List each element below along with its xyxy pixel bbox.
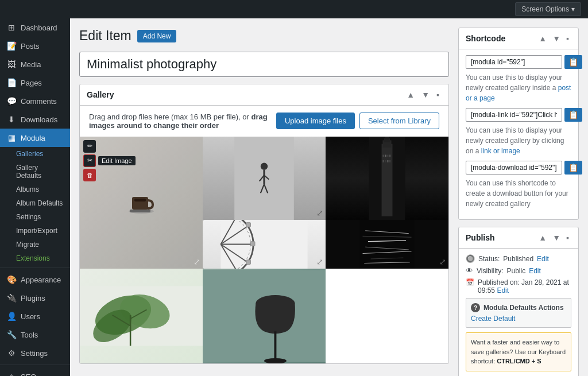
sidebar-item-dashboard[interactable]: ⊞ Dashboard bbox=[0, 18, 70, 37]
shortcode-row-1: 📋 bbox=[466, 55, 571, 69]
plugins-icon: 🔌 bbox=[7, 293, 16, 303]
delete-image-button[interactable]: 🗑 bbox=[83, 169, 96, 181]
resize-handle: ⤢ bbox=[316, 257, 323, 266]
item-title-input[interactable] bbox=[79, 52, 449, 77]
sidebar-divider-2 bbox=[0, 365, 70, 365]
shortcode-note-1: You can use this to display your newly c… bbox=[466, 72, 571, 103]
shortcode-input-3[interactable] bbox=[466, 161, 562, 175]
shortcode-collapse-up[interactable]: ▲ bbox=[536, 33, 549, 44]
sidebar-item-modula[interactable]: ▦ Modula bbox=[0, 129, 70, 147]
shortcode-panel-header: Shortcode ▲ ▼ ▪ bbox=[459, 28, 578, 49]
gallery-toggle-button[interactable]: ▪ bbox=[434, 89, 442, 100]
sidebar-item-settings-modula[interactable]: Settings bbox=[16, 210, 70, 224]
shortcode-panel-title: Shortcode bbox=[466, 34, 505, 43]
sidebar-item-import-export[interactable]: Import/Export bbox=[16, 224, 70, 238]
publish-visibility-row: 👁 Visibility: Public Edit bbox=[466, 266, 571, 275]
publish-collapse-up[interactable]: ▲ bbox=[536, 232, 549, 243]
image-overlay-coffee: ✏ ✂ Edit Image 🗑 bbox=[80, 137, 203, 269]
sidebar-item-galleries[interactable]: Galleries bbox=[16, 147, 70, 161]
resize-handle: ⤢ bbox=[316, 208, 323, 218]
sidebar-item-plugins[interactable]: 🔌 Plugins bbox=[0, 289, 70, 307]
sidebar-item-pages[interactable]: 📄 Pages bbox=[0, 73, 70, 92]
gallery-image-coffee: ✏ ✂ Edit Image 🗑 ⤢ bbox=[80, 137, 203, 269]
copy-shortcode-3-button[interactable]: 📋 bbox=[564, 161, 582, 175]
sidebar-item-media[interactable]: 🖼 Media bbox=[0, 55, 70, 73]
svg-rect-19 bbox=[389, 154, 391, 157]
shortcode-panel: Shortcode ▲ ▼ ▪ 📋 You can use this to di… bbox=[458, 28, 579, 220]
sidebar-item-extensions[interactable]: Extensions bbox=[16, 251, 70, 265]
content-area: Edit Item Add New Gallery ▲ ▼ ▪ Drag bbox=[70, 18, 588, 376]
sidebar-item-albums[interactable]: Albums bbox=[16, 183, 70, 196]
add-new-button[interactable]: Add New bbox=[137, 30, 177, 42]
status-label: Status: bbox=[478, 255, 500, 263]
shortcode-input-1[interactable] bbox=[466, 55, 562, 69]
sidebar-item-migrate[interactable]: Migrate bbox=[16, 238, 70, 251]
sidebar-item-label: Modula bbox=[21, 134, 45, 142]
gallery-defaults-label: Gallery Defaults bbox=[16, 164, 63, 180]
upload-image-files-button[interactable]: Upload image files bbox=[276, 113, 355, 129]
plant-illustration bbox=[80, 269, 203, 363]
page-header: Edit Item Add New bbox=[79, 28, 449, 45]
modula-submenu: Galleries Gallery Defaults Albums Album … bbox=[0, 147, 70, 265]
shortcode-collapse-down[interactable]: ▼ bbox=[550, 33, 563, 44]
migrate-label: Migrate bbox=[16, 241, 39, 249]
visibility-icon: 👁 bbox=[466, 266, 473, 275]
modula-defaults-box: ? Modula Defaults Actions Create Default bbox=[466, 298, 571, 328]
gallery-collapse-up-button[interactable]: ▲ bbox=[404, 89, 417, 100]
sidebar-item-label: Pages bbox=[21, 79, 42, 87]
sidebar-item-settings[interactable]: ⚙ Settings bbox=[0, 344, 70, 362]
sidebar-item-downloads[interactable]: ⬇ Downloads bbox=[0, 110, 70, 129]
publish-collapse-down[interactable]: ▼ bbox=[550, 232, 563, 243]
gallery-grid: ✏ ✂ Edit Image 🗑 ⤢ bbox=[80, 137, 448, 363]
users-icon: 👤 bbox=[7, 312, 16, 321]
sidebar-item-album-defaults[interactable]: Album Defaults bbox=[16, 196, 70, 210]
sidebar-item-appearance[interactable]: 🎨 Appearance bbox=[0, 270, 70, 289]
edit-image-label: Edit Image bbox=[98, 156, 136, 165]
wheel-illustration bbox=[203, 220, 326, 269]
seo-label: SEO bbox=[21, 373, 36, 377]
sidebar-item-tools[interactable]: 🔧 Tools bbox=[0, 325, 70, 344]
import-export-label: Import/Export bbox=[16, 227, 57, 235]
calendar-icon: 📅 bbox=[466, 278, 474, 286]
sidebar-item-gallery-defaults[interactable]: Gallery Defaults bbox=[16, 161, 70, 183]
gallery-image-person: ⤢ bbox=[203, 137, 326, 220]
sidebar-item-seo[interactable]: ◈ SEO bbox=[0, 367, 70, 376]
publish-toggle[interactable]: ▪ bbox=[564, 232, 571, 243]
post-or-page-link[interactable]: post or a page bbox=[466, 84, 571, 102]
edit-image-button[interactable]: ✏ bbox=[83, 140, 96, 153]
settings-icon: ⚙ bbox=[7, 348, 16, 358]
upload-buttons: Upload image files Select from Library bbox=[276, 113, 439, 129]
shortcode-toggle[interactable]: ▪ bbox=[564, 33, 571, 44]
crop-image-button[interactable]: ✂ bbox=[83, 154, 96, 167]
visibility-label: Visibility: bbox=[477, 267, 503, 275]
visibility-edit-link[interactable]: Edit bbox=[529, 267, 541, 275]
sidebar-item-label: Comments bbox=[21, 97, 57, 106]
sidebar-item-users[interactable]: 👤 Users bbox=[0, 307, 70, 325]
gallery-image-empire bbox=[326, 137, 448, 220]
gallery-collapse-down-button[interactable]: ▼ bbox=[419, 89, 432, 100]
sidebar-item-comments[interactable]: 💬 Comments bbox=[0, 92, 70, 110]
settings-label: Settings bbox=[21, 349, 48, 358]
screen-options-button[interactable]: Screen Options ▾ bbox=[515, 2, 581, 16]
resize-handle: ⤢ bbox=[439, 257, 446, 266]
select-from-library-button[interactable]: Select from Library bbox=[359, 113, 439, 129]
status-value: Published bbox=[503, 255, 533, 263]
gallery-image-lights: ⤢ bbox=[326, 220, 448, 269]
tools-icon: 🔧 bbox=[7, 330, 16, 339]
downloads-icon: ⬇ bbox=[7, 115, 16, 124]
shortcode-input-2[interactable] bbox=[466, 108, 562, 122]
empire-illustration bbox=[326, 137, 448, 220]
media-icon: 🖼 bbox=[7, 60, 16, 69]
status-edit-link[interactable]: Edit bbox=[537, 255, 549, 263]
sidebar-item-label: Media bbox=[21, 60, 41, 69]
publish-panel-title: Publish bbox=[466, 233, 495, 242]
sidebar-item-label: Downloads bbox=[21, 115, 57, 124]
copy-shortcode-1-button[interactable]: 📋 bbox=[564, 55, 582, 69]
svg-point-5 bbox=[261, 162, 268, 169]
top-bar: Screen Options ▾ bbox=[0, 0, 588, 18]
link-or-image-link[interactable]: link or image bbox=[481, 147, 520, 155]
sidebar-item-posts[interactable]: 📝 Posts bbox=[0, 37, 70, 55]
published-edit-link[interactable]: Edit bbox=[497, 286, 509, 294]
copy-shortcode-2-button[interactable]: 📋 bbox=[564, 108, 582, 122]
create-default-link[interactable]: Create Default bbox=[471, 315, 515, 323]
